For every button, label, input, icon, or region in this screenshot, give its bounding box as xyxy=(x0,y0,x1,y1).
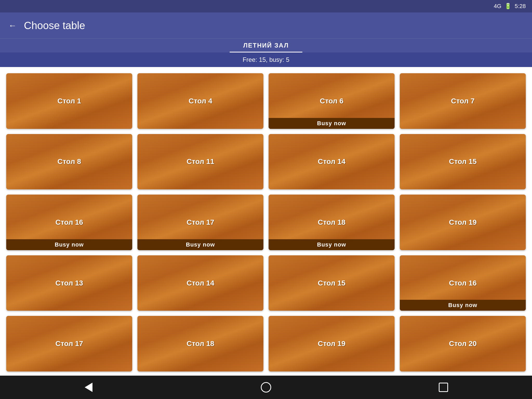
back-button[interactable]: ← xyxy=(8,21,17,30)
status-bar: 4G 🔋 5:28 xyxy=(0,0,532,12)
table-card-10[interactable]: Стол 18Busy now xyxy=(269,195,395,250)
table-card-9[interactable]: Стол 17Busy now xyxy=(137,195,263,250)
table-card-7[interactable]: Стол 15 xyxy=(400,134,526,190)
info-bar: Free: 15, busy: 5 xyxy=(0,52,532,67)
busy-banner-10: Busy now xyxy=(269,239,395,250)
busy-banner-9: Busy now xyxy=(137,239,263,250)
table-name-15: Стол 16 xyxy=(446,276,479,290)
table-name-10: Стол 18 xyxy=(315,216,348,229)
busy-banner-2: Busy now xyxy=(269,118,395,129)
table-name-6: Стол 14 xyxy=(315,155,348,168)
table-name-5: Стол 11 xyxy=(184,155,217,168)
table-name-16: Стол 17 xyxy=(53,337,86,350)
table-card-16[interactable]: Стол 17 xyxy=(6,316,132,371)
table-card-13[interactable]: Стол 14 xyxy=(137,255,263,311)
table-card-14[interactable]: Стол 15 xyxy=(269,255,395,311)
nav-bar xyxy=(0,376,532,399)
tab-летний-зал[interactable]: ЛЕТНИЙ ЗАЛ xyxy=(230,42,302,52)
nav-back-button[interactable] xyxy=(78,380,99,395)
table-name-18: Стол 19 xyxy=(315,337,348,350)
busy-banner-8: Busy now xyxy=(6,239,132,250)
time-display: 5:28 xyxy=(515,3,526,10)
table-name-1: Стол 4 xyxy=(186,94,215,108)
app-bar: ← Choose table xyxy=(0,12,532,38)
tab-bar: ЛЕТНИЙ ЗАЛ xyxy=(0,38,532,52)
table-card-19[interactable]: Стол 20 xyxy=(400,316,526,371)
table-name-8: Стол 16 xyxy=(53,216,86,229)
table-card-2[interactable]: Стол 6Busy now xyxy=(269,73,395,129)
table-card-15[interactable]: Стол 16Busy now xyxy=(400,255,526,311)
table-name-7: Стол 15 xyxy=(446,155,479,168)
table-card-0[interactable]: Стол 1 xyxy=(6,73,132,129)
signal-icon: 4G xyxy=(494,3,501,10)
table-name-4: Стол 8 xyxy=(55,155,84,168)
table-name-14: Стол 15 xyxy=(315,276,348,290)
table-name-2: Стол 6 xyxy=(317,94,346,108)
table-name-0: Стол 1 xyxy=(55,94,84,108)
table-card-3[interactable]: Стол 7 xyxy=(400,73,526,129)
table-grid: Стол 1Стол 4Стол 6Busy nowСтол 7Стол 8Ст… xyxy=(0,67,532,376)
table-card-17[interactable]: Стол 18 xyxy=(137,316,263,371)
table-card-18[interactable]: Стол 19 xyxy=(269,316,395,371)
nav-home-button[interactable] xyxy=(256,380,276,395)
table-name-17: Стол 18 xyxy=(184,337,217,350)
table-card-8[interactable]: Стол 16Busy now xyxy=(6,195,132,250)
table-card-12[interactable]: Стол 13 xyxy=(6,255,132,311)
availability-info: Free: 15, busy: 5 xyxy=(243,56,289,63)
busy-banner-15: Busy now xyxy=(400,300,526,311)
table-name-3: Стол 7 xyxy=(448,94,477,108)
table-card-4[interactable]: Стол 8 xyxy=(6,134,132,190)
nav-recents-button[interactable] xyxy=(433,380,454,395)
status-bar-right: 4G 🔋 5:28 xyxy=(494,3,526,10)
table-name-12: Стол 13 xyxy=(53,276,86,290)
table-card-1[interactable]: Стол 4 xyxy=(137,73,263,129)
table-card-5[interactable]: Стол 11 xyxy=(137,134,263,190)
table-name-11: Стол 19 xyxy=(446,216,479,229)
page-title: Choose table xyxy=(24,20,85,31)
table-name-19: Стол 20 xyxy=(446,337,479,350)
table-name-13: Стол 14 xyxy=(184,276,217,290)
table-card-11[interactable]: Стол 19 xyxy=(400,195,526,250)
battery-icon: 🔋 xyxy=(504,3,511,10)
table-card-6[interactable]: Стол 14 xyxy=(269,134,395,190)
table-name-9: Стол 17 xyxy=(184,216,217,229)
